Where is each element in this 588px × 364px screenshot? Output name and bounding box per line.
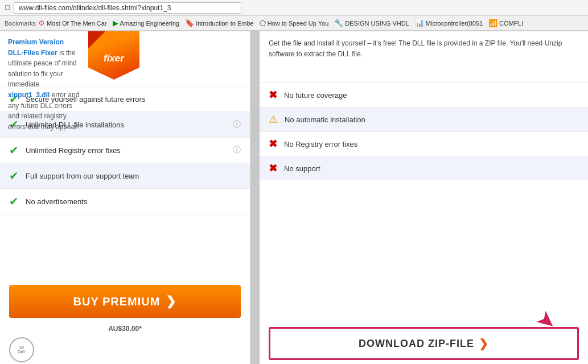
buy-button-area: BUY PREMIUM ❯ (0, 277, 250, 322)
free-label-0: No future coverage (284, 91, 347, 100)
premium-title: Premium Version DLL-Files Fixer (8, 38, 64, 57)
free-row-3: ✖ No support (260, 156, 588, 180)
info-icon-1[interactable]: ⓘ (233, 119, 241, 130)
check-icon-3: ✔ (9, 169, 19, 183)
download-btn-label: DOWNLOAD ZIP-FILE (359, 338, 474, 350)
free-label-3: No support (284, 164, 320, 173)
bookmark-label-0: Most Of The Men Car (47, 20, 107, 27)
badge-area: 30DAY (0, 335, 250, 364)
bookmark-label-4: DESIGN USING VHDL (345, 20, 409, 27)
feature-label-3: Full support from our support team (26, 172, 241, 180)
check-icon-4: ✔ (9, 195, 19, 208)
bookmark-micro[interactable]: 📊 Microcontroller(8051 (415, 19, 483, 27)
buy-btn-arrow-icon: ❯ (166, 294, 176, 309)
bookmarks-bar: Bookmarks ⚙ Most Of The Men Car ▶ Amazin… (0, 16, 588, 31)
buy-btn-label: BUY PREMIUM (73, 295, 161, 308)
bookmark-icon-4: 🔧 (334, 19, 343, 27)
feature-label-4: No advertisements (26, 197, 241, 206)
bookmark-amazing-eng[interactable]: ▶ Amazing Engineering (113, 19, 180, 27)
url-input[interactable]: www.dll-files.com/dllindex/dll-files.sht… (14, 2, 241, 14)
free-row-0: ✖ No future coverage (260, 82, 588, 107)
check-icon-2: ✔ (9, 143, 19, 157)
corner-fold (88, 31, 105, 48)
bookmark-icon-6: 📶 (488, 19, 497, 27)
browser-chrome: ☐ www.dll-files.com/dllindex/dll-files.s… (0, 0, 588, 31)
premium-column: fixer Premium Version DLL-Files Fixer is… (0, 31, 250, 364)
price-value: AU$30.00* (108, 325, 142, 333)
free-label-2: No Registry error fixes (284, 140, 357, 148)
info-icon-2[interactable]: ⓘ (233, 145, 241, 155)
page-content: fixer Premium Version DLL-Files Fixer is… (0, 31, 588, 364)
address-bar: ☐ www.dll-files.com/dllindex/dll-files.s… (0, 0, 588, 16)
bookmark-icon-2: 🔖 (185, 19, 194, 27)
bookmark-design[interactable]: 🔧 DESIGN USING VHDL (334, 19, 409, 27)
bookmark-label-3: How to Speed Up You (268, 20, 329, 27)
column-gap (250, 31, 255, 364)
badge-text: 30DAY (18, 345, 26, 355)
price-display: AU$30.00* (0, 322, 250, 335)
free-desc-text: Get the file and install it yourself – i… (269, 39, 562, 58)
premium-header: fixer Premium Version DLL-Files Fixer is… (0, 31, 250, 81)
warn-icon-1: ⚠ (269, 113, 278, 126)
bookmark-icon-0: ⚙ (38, 19, 45, 27)
x-icon-2: ✖ (269, 138, 277, 150)
free-features-list: ✖ No future coverage ⚠ No automatic inst… (260, 82, 588, 319)
feature-row-4: ✔ No advertisements (0, 188, 250, 214)
bookmark-compli[interactable]: 📶 COMPLI (488, 19, 523, 27)
trust-badge: 30DAY (9, 337, 34, 362)
feature-label-2: Unlimited Registry error fixes (26, 146, 229, 155)
fixer-logo-text: fixer (104, 47, 124, 64)
bookmark-icon-5: 📊 (415, 19, 424, 27)
page-icon: ☐ (5, 4, 10, 11)
bookmark-label-6: COMPLI (499, 20, 523, 27)
bookmark-label-1: Amazing Engineering (120, 20, 180, 27)
dll-highlight: xinput1_3.dll (8, 91, 50, 99)
bookmark-icon-1: ▶ (113, 19, 118, 27)
free-row-2: ✖ No Registry error fixes (260, 131, 588, 156)
x-icon-0: ✖ (269, 89, 277, 101)
bookmark-label-5: Microcontroller(8051 (426, 20, 483, 27)
free-row-1: ⚠ No automatic installation (260, 107, 588, 131)
bookmark-intro[interactable]: 🔖 Introduction to Embe (185, 19, 254, 27)
free-description: Get the file and install it yourself – i… (260, 31, 588, 82)
download-area: ➤ DOWNLOAD ZIP-FILE ❯ (260, 319, 588, 364)
bookmark-icon-3: ⬠ (260, 19, 266, 27)
feature-row-2: ✔ Unlimited Registry error fixes ⓘ (0, 137, 250, 163)
bookmark-label-2: Introduction to Embe (196, 20, 254, 27)
download-zip-button[interactable]: DOWNLOAD ZIP-FILE ❯ (269, 327, 579, 360)
premium-description: Premium Version DLL-Files Fixer is the u… (0, 31, 88, 132)
free-label-1: No automatic installation (285, 115, 365, 124)
bookmarks-label: Bookmarks (5, 20, 36, 27)
free-column: Get the file and install it yourself – i… (260, 31, 588, 364)
download-btn-arrow-icon: ❯ (479, 337, 489, 350)
x-icon-3: ✖ (269, 162, 277, 175)
feature-row-3: ✔ Full support from our support team (0, 163, 250, 188)
bookmark-most-of-men[interactable]: ⚙ Most Of The Men Car (38, 19, 107, 27)
buy-premium-button[interactable]: BUY PREMIUM ❯ (9, 285, 241, 318)
bookmark-speed[interactable]: ⬠ How to Speed Up You (260, 19, 329, 27)
